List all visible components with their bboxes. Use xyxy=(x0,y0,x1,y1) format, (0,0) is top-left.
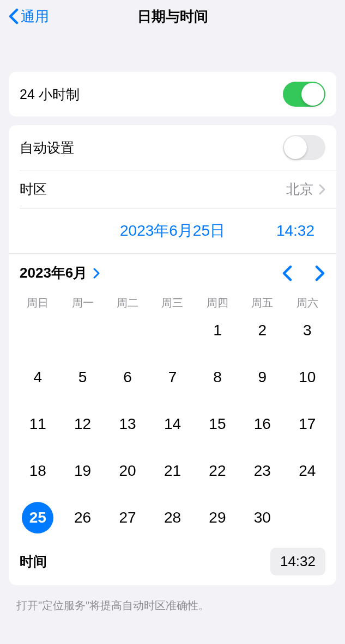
calendar-day[interactable]: 19 xyxy=(60,456,105,486)
month-nav xyxy=(282,265,325,281)
calendar-day-empty xyxy=(60,316,105,345)
calendar-day[interactable]: 14 xyxy=(150,409,195,439)
calendar-day[interactable]: 6 xyxy=(105,363,150,392)
selected-time[interactable]: 14:32 xyxy=(276,222,314,240)
toggle-24hour[interactable] xyxy=(283,82,325,107)
calendar-day[interactable]: 24 xyxy=(285,456,330,486)
calendar-day[interactable]: 16 xyxy=(240,409,285,439)
selected-date[interactable]: 2023年6月25日 xyxy=(120,220,225,241)
prev-month-button[interactable] xyxy=(282,265,293,281)
weekday-label: 周四 xyxy=(195,296,240,310)
month-year-button[interactable]: 2023年6月 xyxy=(20,263,100,283)
row-auto-set: 自动设置 xyxy=(9,125,336,170)
section-24hour: 24 小时制 xyxy=(9,72,336,116)
calendar-header: 2023年6月 xyxy=(9,254,336,292)
calendar-day[interactable]: 1 xyxy=(195,316,240,345)
toggle-knob xyxy=(301,83,324,106)
calendar-day[interactable]: 4 xyxy=(15,363,60,392)
value-timezone: 北京 xyxy=(286,180,325,198)
label-24hour: 24 小时制 xyxy=(20,85,80,103)
back-label: 通用 xyxy=(21,7,49,26)
calendar-day[interactable]: 2 xyxy=(240,316,285,345)
weekday-label: 周二 xyxy=(105,296,150,310)
row-timezone[interactable]: 时区 北京 xyxy=(9,170,336,208)
calendar-day[interactable]: 28 xyxy=(150,503,195,532)
weekday-label: 周一 xyxy=(60,296,105,310)
chevron-left-icon xyxy=(9,8,19,24)
calendar-day[interactable]: 9 xyxy=(240,363,285,392)
calendar-day[interactable]: 23 xyxy=(240,456,285,486)
label-timezone: 时区 xyxy=(20,180,47,198)
calendar-day[interactable]: 8 xyxy=(195,363,240,392)
calendar-day[interactable]: 26 xyxy=(60,503,105,532)
weekday-label: 周日 xyxy=(15,296,60,310)
calendar-day[interactable]: 29 xyxy=(195,503,240,532)
calendar-day[interactable]: 22 xyxy=(195,456,240,486)
calendar-day-empty xyxy=(105,316,150,345)
month-year-label: 2023年6月 xyxy=(20,263,87,283)
calendar-day[interactable]: 13 xyxy=(105,409,150,439)
row-time: 时间 14:32 xyxy=(9,538,336,585)
calendar-day[interactable]: 12 xyxy=(60,409,105,439)
time-picker[interactable]: 14:32 xyxy=(270,548,325,575)
calendar-day[interactable]: 7 xyxy=(150,363,195,392)
weekday-label: 周六 xyxy=(285,296,330,310)
calendar-day[interactable]: 27 xyxy=(105,503,150,532)
page-title: 日期与时间 xyxy=(0,7,345,26)
weekday-label: 周三 xyxy=(150,296,195,310)
calendar-day[interactable]: 11 xyxy=(15,409,60,439)
back-button[interactable]: 通用 xyxy=(9,7,49,26)
section-datetime: 自动设置 时区 北京 2023年6月25日 14:32 2023年6月 xyxy=(9,125,336,585)
header: 通用 日期与时间 xyxy=(0,0,345,33)
label-auto-set: 自动设置 xyxy=(20,139,74,157)
timezone-text: 北京 xyxy=(286,180,313,198)
calendar-day[interactable]: 20 xyxy=(105,456,150,486)
next-month-button[interactable] xyxy=(314,265,325,281)
calendar-day-empty xyxy=(15,316,60,345)
calendar-day[interactable]: 5 xyxy=(60,363,105,392)
row-24hour: 24 小时制 xyxy=(9,72,336,116)
toggle-auto-set[interactable] xyxy=(283,135,325,160)
calendar-grid: 1234567891011121314151617181920212223242… xyxy=(9,316,336,538)
label-time: 时间 xyxy=(20,553,47,571)
footer-note: 打开"定位服务"将提高自动时区准确性。 xyxy=(0,594,345,617)
calendar-day[interactable]: 10 xyxy=(285,363,330,392)
calendar-day[interactable]: 15 xyxy=(195,409,240,439)
calendar-day[interactable]: 3 xyxy=(285,316,330,345)
calendar-day[interactable]: 21 xyxy=(150,456,195,486)
toggle-knob xyxy=(284,136,307,159)
calendar-day[interactable]: 30 xyxy=(240,503,285,532)
calendar-day[interactable]: 17 xyxy=(285,409,330,439)
chevron-right-icon xyxy=(319,184,325,195)
row-selected-datetime: 2023年6月25日 14:32 xyxy=(9,208,336,253)
calendar-day[interactable]: 18 xyxy=(15,456,60,486)
calendar-day-empty xyxy=(150,316,195,345)
calendar-day[interactable]: 25 xyxy=(15,503,60,532)
weekday-label: 周五 xyxy=(240,296,285,310)
weekday-row: 周日周一周二周三周四周五周六 xyxy=(9,292,336,316)
chevron-right-icon xyxy=(93,268,100,279)
